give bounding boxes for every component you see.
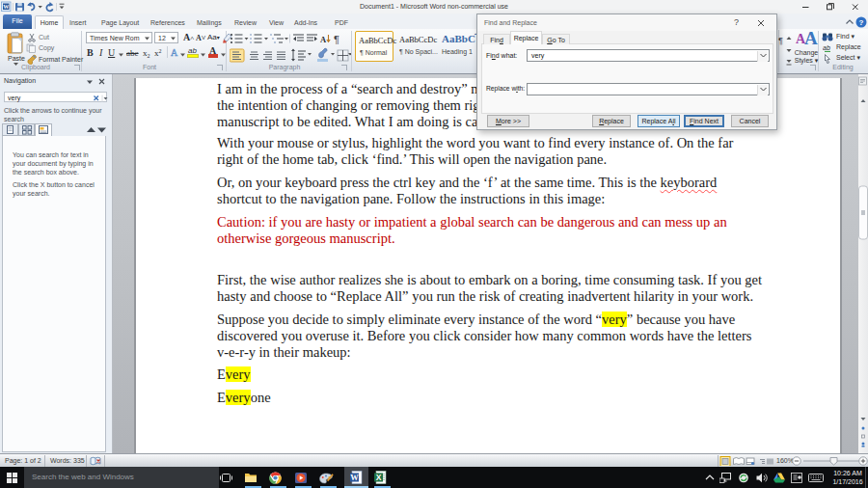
- svg-text:W: W: [350, 473, 359, 482]
- svg-text:W: W: [3, 4, 9, 10]
- svg-text:A: A: [320, 35, 327, 44]
- svg-text:ab: ab: [823, 44, 830, 51]
- svg-text:X: X: [376, 473, 382, 482]
- svg-text:¶: ¶: [334, 34, 339, 45]
- svg-text:?: ?: [859, 18, 864, 27]
